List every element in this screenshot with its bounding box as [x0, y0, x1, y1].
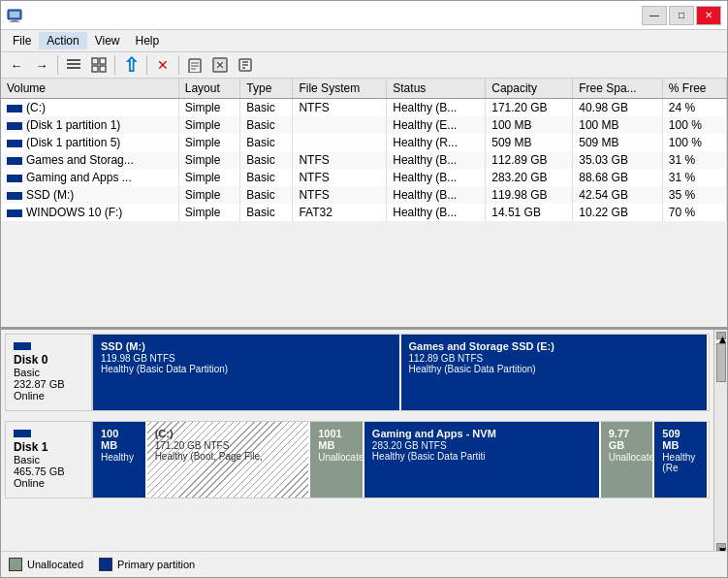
disk-segment[interactable]: 1001 MB Unallocated [310, 422, 364, 498]
toolbar: ← → ⇧ ✕ [1, 52, 727, 79]
scrollbar-up-arrow[interactable]: ▲ [716, 332, 726, 339]
svg-rect-5 [67, 63, 80, 65]
disk-segments: 100 MB Healthy (C:) 171.20 GB NTFS Healt… [93, 422, 709, 498]
legend-unallocated-box [9, 558, 22, 571]
table-row[interactable]: (Disk 1 partition 1) Simple Basic Health… [1, 116, 727, 134]
menu-file[interactable]: File [5, 32, 39, 49]
cell-layout: Simple [178, 134, 240, 151]
main-content: Volume Layout Type File System Status Ca… [1, 79, 727, 577]
minimize-button[interactable]: — [642, 6, 667, 25]
segment-name: SSD (M:) [101, 340, 392, 352]
cell-pct: 31 % [662, 151, 726, 169]
cell-capacity: 119.98 GB [486, 186, 573, 204]
toolbar-sep-2 [114, 55, 115, 75]
delete-button[interactable]: ✕ [151, 54, 174, 76]
menu-help[interactable]: Help [128, 32, 168, 49]
cell-free: 88.68 GB [573, 169, 663, 186]
disk-type: Basic [14, 454, 83, 466]
disk-panel-wrapper: Disk 0 Basic 232.87 GB Online SSD (M:) 1… [1, 330, 727, 578]
cell-status: Healthy (B... [387, 169, 486, 186]
window-controls: — □ ✕ [642, 6, 721, 25]
toolbar-btn-3[interactable] [62, 54, 85, 76]
scrollbar-down-arrow[interactable]: ▼ [716, 543, 726, 551]
cell-free: 509 MB [573, 134, 663, 151]
disk-indicator [14, 342, 31, 350]
segment-name: 1001 MB [318, 428, 355, 451]
segment-size: 171.20 GB NTFS [155, 440, 301, 451]
cell-pct: 24 % [662, 99, 726, 117]
cell-pct: 100 % [662, 134, 726, 151]
cell-fs: NTFS [293, 186, 387, 204]
help-button[interactable] [208, 54, 232, 76]
svg-rect-3 [10, 21, 19, 22]
title-bar: — □ ✕ [1, 1, 727, 30]
cell-fs: NTFS [293, 151, 387, 169]
disk-segment[interactable]: SSD (M:) 119.98 GB NTFS Healthy (Basic D… [93, 335, 401, 410]
cell-pct: 70 % [662, 204, 726, 221]
svg-rect-10 [100, 66, 106, 72]
maximize-button[interactable]: □ [669, 6, 694, 25]
cell-volume: (C:) [1, 99, 178, 117]
menu-action[interactable]: Action [39, 32, 86, 49]
disk-segment[interactable]: 9.77 GB Unallocated [601, 422, 655, 498]
cell-capacity: 509 MB [486, 134, 573, 151]
cell-layout: Simple [178, 204, 240, 221]
segment-status: Unallocated [318, 452, 355, 463]
segment-status: Healthy (Basic Data Partiti [372, 451, 591, 462]
volume-table: Volume Layout Type File System Status Ca… [1, 79, 727, 221]
refresh-icon [237, 57, 253, 73]
table-row[interactable]: SSD (M:) Simple Basic NTFS Healthy (B...… [1, 186, 727, 204]
refresh-button[interactable] [234, 54, 257, 76]
cell-type: Basic [240, 134, 293, 151]
svg-rect-4 [67, 59, 80, 61]
disk-label: Disk 0 Basic 232.87 GB Online [6, 335, 93, 410]
disk-segment[interactable]: 509 MB Healthy (Re [654, 422, 709, 498]
col-layout: Layout [178, 79, 240, 99]
disk-segment[interactable]: 100 MB Healthy [93, 422, 147, 498]
table-row[interactable]: Gaming and Apps ... Simple Basic NTFS He… [1, 169, 727, 186]
cell-status: Healthy (B... [387, 99, 486, 117]
forward-button[interactable]: → [30, 54, 53, 76]
disk-segment[interactable]: (C:) 171.20 GB NTFS Healthy (Boot, Page … [147, 422, 311, 498]
cell-layout: Simple [178, 186, 240, 204]
action-arrow-button[interactable]: ⇧ [119, 54, 142, 76]
cell-volume: WINDOWS 10 (F:) [1, 204, 178, 221]
segment-status: Healthy (Boot, Page File, [155, 451, 301, 462]
menu-view[interactable]: View [87, 32, 128, 49]
cell-fs [293, 134, 387, 151]
cell-type: Basic [240, 186, 293, 204]
cell-layout: Simple [178, 116, 240, 134]
disk-row: Disk 0 Basic 232.87 GB Online SSD (M:) 1… [5, 334, 710, 411]
properties-button[interactable] [183, 54, 206, 76]
close-button[interactable]: ✕ [696, 6, 721, 25]
segment-size: 283.20 GB NTFS [372, 440, 591, 451]
segment-status: Healthy (Re [662, 452, 699, 473]
segment-status: Healthy (Basic Data Partition) [101, 364, 392, 374]
toolbar-sep-1 [57, 55, 58, 75]
cell-fs: NTFS [293, 99, 387, 117]
segment-name: Gaming and Apps - NVM [372, 428, 591, 439]
back-button[interactable]: ← [5, 54, 28, 76]
cell-volume: Games and Storag... [1, 151, 178, 169]
cell-free: 42.54 GB [573, 186, 663, 204]
legend-primary-label: Primary partition [117, 559, 195, 570]
disk-segment[interactable]: Games and Storage SSD (E:) 112.89 GB NTF… [401, 335, 710, 410]
cell-free: 100 MB [573, 116, 663, 134]
disk-segment[interactable]: Gaming and Apps - NVM 283.20 GB NTFS Hea… [364, 422, 601, 498]
help-icon [212, 57, 228, 73]
vertical-scrollbar[interactable]: ▲ ▼ [713, 330, 727, 552]
table-row[interactable]: (Disk 1 partition 5) Simple Basic Health… [1, 134, 727, 151]
legend-primary-box [99, 558, 112, 571]
segment-size: 119.98 GB NTFS [101, 353, 392, 364]
toolbar-btn-4[interactable] [87, 54, 111, 76]
col-volume: Volume [1, 79, 178, 99]
table-row[interactable]: (C:) Simple Basic NTFS Healthy (B... 171… [1, 99, 727, 117]
table-row[interactable]: Games and Storag... Simple Basic NTFS He… [1, 151, 727, 169]
table-header-row: Volume Layout Type File System Status Ca… [1, 79, 727, 99]
action-arrow-icon: ⇧ [123, 55, 140, 75]
cell-status: Healthy (B... [387, 186, 486, 204]
cell-free: 10.22 GB [573, 204, 663, 221]
table-row[interactable]: WINDOWS 10 (F:) Simple Basic FAT32 Healt… [1, 204, 727, 221]
scrollbar-thumb[interactable] [716, 343, 726, 382]
col-capacity: Capacity [486, 79, 573, 99]
